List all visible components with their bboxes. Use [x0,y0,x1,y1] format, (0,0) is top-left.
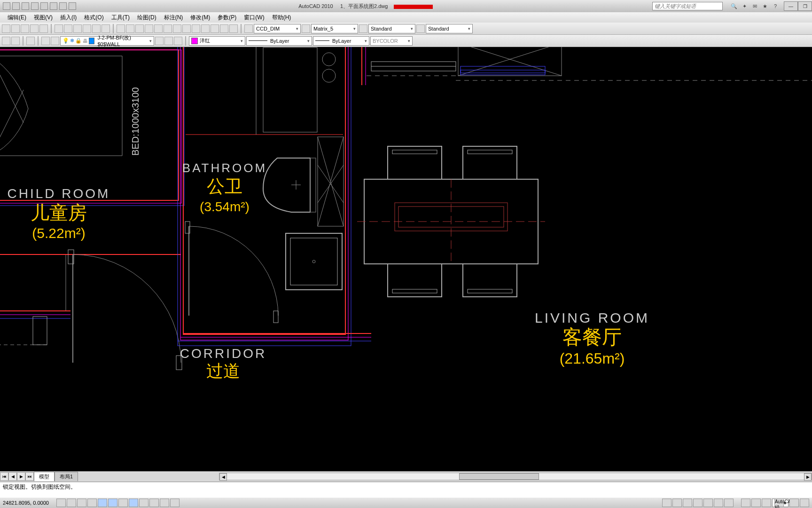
tool-icon[interactable] [211,24,219,33]
tool-icon[interactable] [83,24,91,33]
mleader-style-icon[interactable] [416,24,425,33]
mleader-style-combo[interactable]: Standard [426,24,473,33]
undo-icon[interactable] [40,2,48,10]
help-icon[interactable]: ? [772,2,779,10]
menu-format[interactable]: 格式(O) [80,14,107,22]
lock-ui-icon[interactable] [789,499,799,507]
tab-first-icon[interactable]: ⏮ [0,472,8,481]
tool-icon[interactable] [192,24,200,33]
layer-state-icon[interactable] [51,37,59,45]
subscription-icon[interactable]: ✦ [741,2,748,10]
tool-icon[interactable] [164,24,172,33]
tool-icon[interactable] [164,37,173,45]
menu-draw[interactable]: 绘图(D) [133,14,160,22]
tool-icon[interactable] [201,24,210,33]
dim-style-icon[interactable] [244,24,253,33]
tab-next-icon[interactable]: ▶ [17,472,25,481]
command-line[interactable]: 锁定视图。切换到图纸空间。 [0,482,812,498]
annoscale-icon[interactable] [741,499,750,507]
new-icon[interactable] [12,2,20,10]
dyn-toggle[interactable] [129,499,138,507]
annoauto-icon[interactable] [762,499,771,507]
tool-icon[interactable] [30,24,39,33]
annovis-icon[interactable] [751,499,761,507]
quickview-layouts-icon[interactable] [672,499,682,507]
grid-toggle[interactable] [67,499,76,507]
tool-icon[interactable] [174,37,182,45]
snap-toggle[interactable] [56,499,66,507]
help-search-input[interactable] [652,2,723,10]
tool-icon[interactable] [155,37,164,45]
modelspace-icon[interactable] [662,499,671,507]
otrack-toggle[interactable] [108,499,117,507]
quickview-drawings-icon[interactable] [683,499,692,507]
tool-icon[interactable] [55,24,63,33]
menu-edit[interactable]: 编辑(E) [4,14,30,22]
tool-icon[interactable] [182,24,191,33]
menu-parametric[interactable]: 参数(P) [214,14,240,22]
text-style-icon[interactable] [302,24,310,33]
lineweight-combo[interactable]: ByLayer [246,36,312,46]
tool-icon[interactable] [64,24,72,33]
layer-props-icon[interactable] [26,37,35,45]
tab-prev-icon[interactable]: ◀ [8,472,17,481]
tool-icon[interactable] [11,24,20,33]
minimize-button[interactable]: — [784,1,798,11]
tool-icon[interactable] [21,24,29,33]
sc-toggle[interactable] [160,499,169,507]
table-style-icon[interactable] [359,24,367,33]
hscroll-thumb[interactable] [459,473,539,480]
tool-icon[interactable] [39,24,48,33]
tab-layout1[interactable]: 布局1 [55,472,78,481]
zoom-window-icon[interactable] [126,24,134,33]
osnap-toggle[interactable] [98,499,107,507]
menu-insert[interactable]: 插入(I) [56,14,80,22]
pan-icon[interactable] [154,24,163,33]
zoom-icon[interactable] [145,24,153,33]
steering-wheel-icon[interactable] [714,499,723,507]
zoom-icon[interactable] [703,499,713,507]
menu-window[interactable]: 窗口(W) [240,14,268,22]
tool-icon[interactable] [102,24,110,33]
tool-icon[interactable] [92,24,101,33]
ortho-toggle[interactable] [77,499,86,507]
hw-accel-icon[interactable] [800,499,809,507]
zoom-previous-icon[interactable] [135,24,144,33]
model-toggle[interactable] [170,499,180,507]
save-icon[interactable] [31,2,39,10]
text-style-combo[interactable]: Matrix_5 [311,24,358,33]
showmotion-icon[interactable] [724,499,734,507]
color-combo[interactable]: 洋红 [189,36,245,46]
lwt-toggle[interactable] [139,499,148,507]
search-icon[interactable]: 🔍 [730,2,738,10]
print-icon[interactable] [59,2,67,10]
zoom-realtime-icon[interactable] [117,24,125,33]
favorite-icon[interactable]: ★ [761,2,769,10]
polar-toggle[interactable] [87,499,97,507]
dim-style-combo[interactable]: CCD_DIM [254,24,301,33]
hscrollbar[interactable]: ◀ ▶ [219,473,812,480]
scroll-left-icon[interactable]: ◀ [219,473,227,481]
qat-more-icon[interactable] [69,2,76,10]
tool-icon[interactable] [41,37,50,45]
pan-icon[interactable] [693,499,703,507]
app-menu-icon[interactable] [3,2,10,10]
table-style-combo[interactable]: Standard [368,24,415,33]
scroll-right-icon[interactable]: ▶ [804,473,812,481]
tool-icon[interactable] [2,37,10,45]
redo-icon[interactable] [50,2,57,10]
layer-combo[interactable]: 💡❄🔒🖶 J-2-PM-BF(改) $0$WALL [60,36,154,46]
menu-view[interactable]: 视图(V) [30,14,56,22]
tool-icon[interactable] [229,24,238,33]
tab-last-icon[interactable]: ⏭ [25,472,34,481]
menu-tools[interactable]: 工具(T) [108,14,133,22]
ducs-toggle[interactable] [118,499,128,507]
restore-button[interactable]: ❐ [798,1,812,11]
tab-model[interactable]: 模型 [34,472,55,481]
open-icon[interactable] [22,2,29,10]
tool-icon[interactable] [73,24,82,33]
tool-icon[interactable] [173,24,181,33]
linetype-combo[interactable]: ByLayer [313,36,369,46]
workspace-combo[interactable]: AutoCAD 经典 ▾ [772,499,789,507]
tool-icon[interactable] [220,24,228,33]
